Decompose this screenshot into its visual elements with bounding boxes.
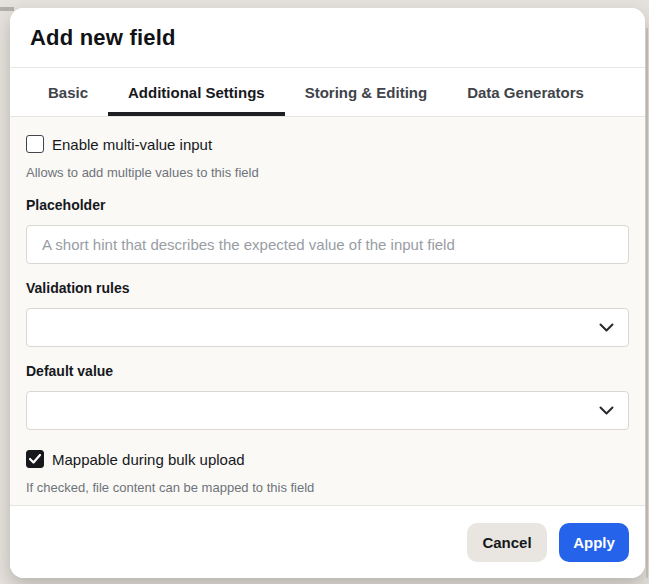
default-value-select[interactable] (26, 391, 629, 430)
background-page-artifact (0, 7, 14, 11)
modal-title: Add new field (30, 25, 176, 51)
tab-additional-settings[interactable]: Additional Settings (108, 68, 285, 116)
mappable-checkbox-label[interactable]: Mappable during bulk upload (52, 451, 245, 468)
placeholder-field-label: Placeholder (26, 197, 629, 214)
tab-storing-editing-label: Storing & Editing (305, 84, 427, 101)
placeholder-input[interactable] (26, 225, 629, 264)
check-icon (29, 454, 41, 464)
tab-storing-editing[interactable]: Storing & Editing (285, 68, 447, 116)
modal-header: Add new field (10, 8, 645, 68)
tab-data-generators[interactable]: Data Generators (447, 68, 604, 116)
mappable-checkbox[interactable] (26, 450, 44, 468)
tab-bar: Basic Additional Settings Storing & Edit… (10, 68, 645, 117)
validation-rules-label: Validation rules (26, 280, 629, 297)
apply-button[interactable]: Apply (559, 523, 629, 562)
modal-footer: Cancel Apply (10, 505, 645, 578)
cancel-button[interactable]: Cancel (467, 523, 547, 562)
tab-data-generators-label: Data Generators (467, 84, 584, 101)
background-scrollbar (646, 28, 648, 578)
modal-content: Enable multi-value input Allows to add m… (10, 117, 645, 505)
validation-rules-select[interactable] (26, 308, 629, 347)
chevron-down-icon (599, 323, 614, 332)
multi-value-checkbox-row[interactable]: Enable multi-value input (26, 135, 629, 153)
mappable-help-text: If checked, file content can be mapped t… (26, 480, 629, 496)
tab-basic[interactable]: Basic (28, 68, 108, 116)
tab-additional-settings-label: Additional Settings (128, 84, 265, 101)
multi-value-help-text: Allows to add multiple values to this fi… (26, 165, 629, 181)
multi-value-checkbox-label[interactable]: Enable multi-value input (52, 136, 212, 153)
multi-value-checkbox[interactable] (26, 135, 44, 153)
chevron-down-icon (599, 406, 614, 415)
add-new-field-modal: Add new field Basic Additional Settings … (10, 8, 645, 578)
mappable-checkbox-row[interactable]: Mappable during bulk upload (26, 450, 629, 468)
tab-basic-label: Basic (48, 84, 88, 101)
default-value-label: Default value (26, 363, 629, 380)
